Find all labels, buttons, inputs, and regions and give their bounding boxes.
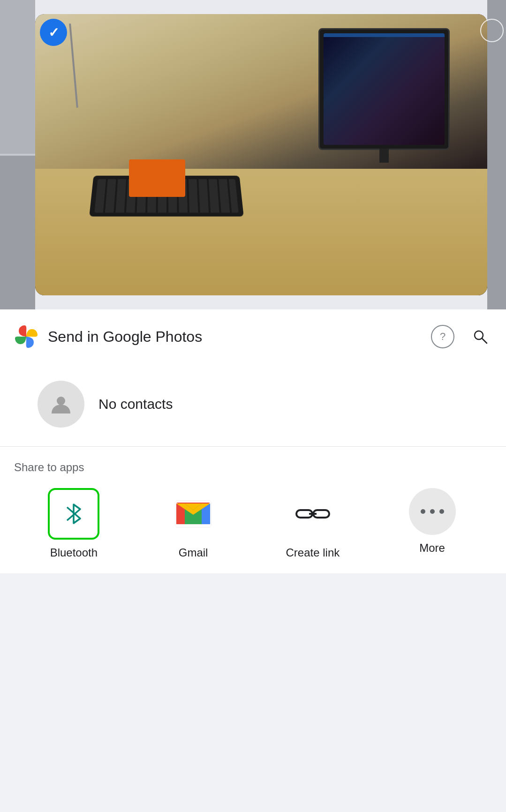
gmail-app-item[interactable]: Gmail (144, 488, 242, 559)
desk-lamp (69, 23, 78, 108)
left-strip-top (0, 0, 35, 154)
no-contacts-avatar (38, 381, 84, 428)
monitor-stand (379, 149, 389, 163)
google-photos-logo (14, 324, 38, 349)
bluetooth-label: Bluetooth (50, 546, 98, 559)
more-label: More (419, 541, 445, 555)
svg-point-2 (57, 397, 65, 405)
link-icon (294, 495, 332, 533)
photo-gallery (0, 0, 506, 309)
selection-empty-circle[interactable] (480, 19, 504, 42)
no-contacts-text: No contacts (98, 396, 173, 412)
help-icon: ? (440, 331, 446, 343)
share-panel-title: Send in Google Photos (48, 328, 422, 346)
person-icon (49, 392, 73, 416)
svg-point-11 (439, 509, 444, 514)
main-photo[interactable] (35, 14, 487, 295)
gmail-label: Gmail (179, 546, 208, 559)
apps-row: Bluetooth (14, 488, 492, 573)
share-to-apps-section: Share to apps Bluetooth (0, 447, 506, 573)
share-panel: Send in Google Photos ? No contacts Shar… (0, 309, 506, 573)
bluetooth-icon (61, 501, 86, 526)
bluetooth-icon-wrapper (48, 488, 99, 540)
search-icon (472, 328, 489, 345)
more-icon-wrapper (409, 488, 456, 535)
left-photo-strip (0, 0, 35, 309)
monitor (318, 28, 450, 150)
help-button[interactable]: ? (431, 325, 454, 348)
svg-line-1 (482, 338, 487, 343)
link-icon-wrapper (287, 488, 339, 540)
monitor-screen (324, 33, 445, 145)
selection-checkmark[interactable] (40, 19, 67, 46)
more-dots-icon (418, 507, 446, 516)
no-contacts-section: No contacts (0, 362, 506, 446)
bluetooth-app-item[interactable]: Bluetooth (24, 488, 123, 559)
photo-content (35, 14, 487, 295)
svg-point-10 (430, 509, 435, 514)
create-link-label: Create link (286, 546, 340, 559)
google-photos-header: Send in Google Photos ? (0, 309, 506, 362)
right-photo-strip (487, 0, 506, 309)
more-app-item[interactable]: More (383, 488, 482, 559)
share-to-apps-label: Share to apps (14, 461, 492, 474)
orange-box (129, 159, 185, 197)
left-strip-bottom (0, 156, 35, 309)
gmail-icon-wrapper (167, 488, 219, 540)
create-link-app-item[interactable]: Create link (264, 488, 362, 559)
gmail-icon (174, 500, 212, 528)
search-button[interactable] (468, 325, 492, 348)
svg-point-9 (421, 509, 425, 514)
